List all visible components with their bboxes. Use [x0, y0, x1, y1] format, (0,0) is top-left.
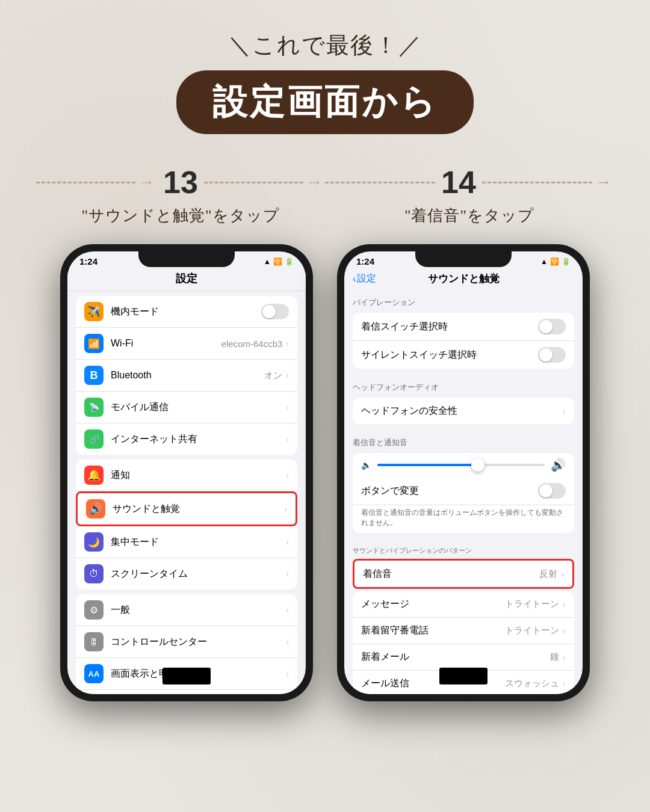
volume-thumb	[471, 458, 484, 472]
settings-item-cc[interactable]: 🎛 コントロールセンター ›	[76, 626, 297, 658]
button-change-label: ボタンで変更	[361, 485, 538, 497]
hotspot-icon: 🔗	[84, 429, 104, 449]
sound-item-headphone[interactable]: ヘッドフォンの安全性 ›	[353, 398, 574, 424]
wifi-icon: 📶	[84, 334, 104, 353]
focus-label: 集中モード	[111, 536, 286, 549]
focus-icon: 🌙	[84, 532, 104, 552]
screentime-chevron: ›	[286, 569, 289, 579]
hotspot-chevron: ›	[286, 434, 289, 444]
screentime-icon: ⏱	[84, 564, 104, 583]
phone-14-screen: 1:24 ▲ 🛜 🔋 ‹ 設定 サウンドと触覚 バイブレーション 着信	[344, 251, 583, 694]
volume-note: 着信音と通知音の音量はボリュームボタンを操作しても変動されません。	[353, 505, 574, 533]
phone-13: 1:24 ▲ 🛜 🔋 設定 ✈️ 機内モード	[60, 244, 313, 701]
sound-item-button-change[interactable]: ボタンで変更	[353, 477, 574, 505]
general-chevron: ›	[286, 605, 289, 615]
headphone-header: ヘッドフォンオーディオ	[344, 374, 583, 395]
ringtone-label: 着信音	[363, 568, 539, 580]
sound-item-new-mail[interactable]: 新着メール 鐘 ›	[353, 644, 574, 671]
button-change-toggle[interactable]	[538, 483, 566, 499]
signal-icon-14: ▲	[540, 257, 548, 266]
nav-back-button[interactable]: ‹ 設定	[353, 272, 376, 285]
settings-item-airplane[interactable]: ✈️ 機内モード	[76, 296, 297, 328]
home-indicator-14	[439, 668, 488, 684]
phone-notch-14	[415, 251, 512, 267]
mail-send-value: スウォッシュ	[505, 678, 559, 689]
new-mail-chevron: ›	[563, 653, 566, 662]
volume-row: 🔈 🔊	[353, 453, 574, 477]
sound-item-ringtone[interactable]: 着信音 反射 ›	[354, 561, 572, 587]
wifi-chevron: ›	[286, 339, 289, 348]
back-chevron-icon: ‹	[353, 274, 356, 285]
ringtone-highlight-wrapper: 着信音 反射 ›	[353, 559, 574, 589]
vibration-group: 着信スイッチ選択時 サイレントスイッチ選択時	[353, 313, 574, 369]
voicemail-value: トライトーン	[505, 625, 559, 636]
wifi-icon-13: 🛜	[273, 257, 282, 266]
general-icon: ⚙	[84, 600, 104, 620]
phone-13-screen: 1:24 ▲ 🛜 🔋 設定 ✈️ 機内モード	[67, 251, 306, 694]
sound-label: サウンドと触覚	[113, 503, 284, 515]
settings-item-screentime[interactable]: ⏱ スクリーンタイム ›	[76, 558, 297, 589]
dashed-line-right2	[482, 182, 592, 183]
cc-icon: 🎛	[84, 632, 104, 651]
battery-icon-14: 🔋	[562, 257, 571, 266]
new-mail-value: 鐘	[550, 651, 559, 663]
header: ＼これで最後！／ 設定画面から	[0, 0, 650, 146]
display-icon: AA	[84, 664, 104, 683]
volume-bar[interactable]	[377, 464, 545, 466]
bluetooth-value: オン	[264, 370, 282, 381]
settings-item-sound[interactable]: 🔊 サウンドと触覚 ›	[78, 493, 296, 524]
battery-icon-13: 🔋	[285, 257, 294, 266]
cc-label: コントロールセンター	[111, 636, 286, 648]
sound-item-ring-switch[interactable]: 着信スイッチ選択時	[353, 313, 574, 341]
arrow-14: →	[595, 173, 611, 192]
phone-notch-13	[138, 251, 235, 267]
settings-item-mobile[interactable]: 📡 モバイル通信 ›	[76, 392, 297, 423]
sound-item-voicemail[interactable]: 新着留守番電話 トライトーン ›	[353, 618, 574, 644]
sound-nav-title: サウンドと触覚	[428, 272, 500, 286]
settings-item-bluetooth[interactable]: B Bluetooth オン ›	[76, 360, 297, 392]
notification-icon: 🔔	[84, 466, 104, 485]
screentime-label: スクリーンタイム	[111, 568, 286, 580]
bluetooth-chevron: ›	[286, 371, 289, 380]
step-13-number-row: → 13 →	[36, 164, 325, 200]
settings-item-focus[interactable]: 🌙 集中モード ›	[76, 526, 297, 558]
volume-low-icon: 🔈	[361, 460, 371, 470]
airplane-toggle[interactable]	[261, 304, 289, 319]
dashed-line-left2	[325, 182, 435, 183]
signal-icon-13: ▲	[264, 257, 271, 266]
display-chevron: ›	[286, 669, 289, 678]
vibration-header: バイブレーション	[344, 289, 583, 310]
volume-fill	[377, 464, 478, 466]
settings-item-notification[interactable]: 🔔 通知 ›	[76, 460, 297, 491]
wifi-label: Wi-Fi	[111, 338, 221, 349]
ring-switch-label: 着信スイッチ選択時	[361, 321, 538, 333]
status-time-14: 1:24	[356, 256, 374, 266]
sound-highlight-wrapper: 🔊 サウンドと触覚 ›	[76, 491, 297, 526]
notification-label: 通知	[111, 469, 286, 482]
settings-item-wifi[interactable]: 📶 Wi-Fi elecom-64ccb3 ›	[76, 328, 297, 360]
header-title: 設定画面から	[176, 70, 474, 134]
arrow-13b: →	[306, 173, 323, 192]
dashed-line-left	[36, 182, 135, 183]
volume-high-icon: 🔊	[551, 458, 566, 472]
message-chevron: ›	[563, 600, 566, 609]
voicemail-chevron: ›	[563, 626, 566, 636]
cc-chevron: ›	[286, 637, 289, 647]
sound-chevron: ›	[284, 504, 287, 514]
silent-switch-label: サイレントスイッチ選択時	[361, 349, 538, 361]
phones-row: 1:24 ▲ 🛜 🔋 設定 ✈️ 機内モード	[0, 244, 650, 701]
settings-item-general[interactable]: ⚙ 一般 ›	[76, 594, 297, 626]
settings-item-home[interactable]: ⊞ ホーム画面 ›	[76, 690, 297, 694]
message-label: メッセージ	[361, 598, 505, 611]
phone-14: 1:24 ▲ 🛜 🔋 ‹ 設定 サウンドと触覚 バイブレーション 着信	[337, 244, 590, 701]
silent-switch-toggle[interactable]	[538, 347, 566, 363]
sound-item-silent-switch[interactable]: サイレントスイッチ選択時	[353, 341, 574, 369]
settings-item-hotspot[interactable]: 🔗 インターネット共有 ›	[76, 423, 297, 455]
sound-item-message[interactable]: メッセージ トライトーン ›	[353, 591, 574, 618]
step-14-container: 14 → "着信音"をタップ	[325, 164, 614, 238]
header-subtitle: ＼これで最後！／	[0, 30, 650, 61]
headphone-group: ヘッドフォンの安全性 ›	[353, 398, 574, 424]
wifi-value: elecom-64ccb3	[221, 339, 283, 349]
bluetooth-label: Bluetooth	[111, 370, 264, 381]
ring-switch-toggle[interactable]	[538, 319, 566, 334]
